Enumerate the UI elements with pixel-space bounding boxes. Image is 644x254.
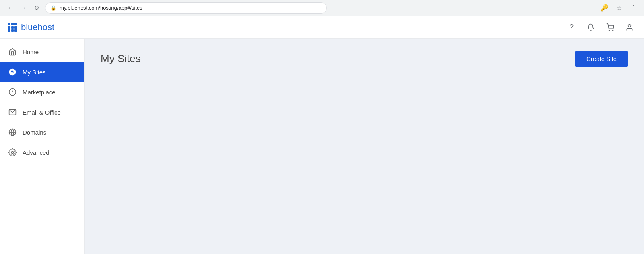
svg-point-2 (628, 24, 631, 27)
home-icon (8, 47, 17, 56)
sidebar-item-email-office[interactable]: Email & Office (0, 102, 84, 122)
page-title: My Sites (101, 53, 141, 65)
sidebar-my-sites-label: My Sites (23, 69, 46, 76)
sidebar-item-marketplace[interactable]: Marketplace (0, 82, 84, 102)
url-text: my.bluehost.com/hosting/app#/sites (60, 5, 142, 11)
menu-icon[interactable]: ⋮ (628, 2, 639, 14)
browser-nav-buttons: ← → ↻ (5, 2, 42, 14)
cart-icon-button[interactable] (604, 21, 617, 34)
wordpress-icon (8, 68, 17, 76)
sidebar-item-domains[interactable]: Domains (0, 122, 84, 142)
gear-icon (8, 148, 17, 157)
logo-area[interactable]: bluehost (8, 22, 54, 33)
sidebar-domains-label: Domains (23, 129, 46, 136)
marketplace-icon (8, 88, 17, 96)
page-header: My Sites Create Site (101, 51, 628, 67)
email-icon (8, 108, 17, 117)
lock-icon: 🔒 (50, 5, 56, 11)
forward-button[interactable]: → (18, 2, 29, 14)
sidebar-marketplace-label: Marketplace (23, 89, 56, 96)
svg-point-0 (609, 30, 610, 31)
browser-chrome: ← → ↻ 🔒 my.bluehost.com/hosting/app#/sit… (0, 0, 644, 16)
sidebar-item-home[interactable]: Home (0, 42, 84, 62)
svg-point-1 (613, 30, 613, 31)
svg-point-9 (12, 152, 14, 154)
sidebar: Home My Sites Marketpl (0, 39, 85, 254)
logo-text: bluehost (21, 22, 54, 33)
app-container: bluehost ? (0, 16, 644, 254)
key-icon[interactable]: 🔑 (599, 2, 610, 14)
account-icon-button[interactable] (623, 21, 636, 34)
sidebar-item-my-sites[interactable]: My Sites (0, 62, 84, 82)
sidebar-email-office-label: Email & Office (23, 109, 61, 116)
page-content: My Sites Create Site (85, 39, 644, 254)
sidebar-home-label: Home (23, 49, 39, 55)
top-nav: bluehost ? (0, 16, 644, 39)
browser-actions: 🔑 ☆ ⋮ (599, 2, 639, 14)
logo-grid-icon (8, 23, 17, 32)
sidebar-item-advanced[interactable]: Advanced (0, 142, 84, 162)
domains-icon (8, 128, 17, 137)
sidebar-advanced-label: Advanced (23, 149, 50, 156)
address-bar[interactable]: 🔒 my.bluehost.com/hosting/app#/sites (45, 2, 327, 14)
bookmark-icon[interactable]: ☆ (613, 2, 625, 14)
help-icon-button[interactable]: ? (565, 21, 578, 34)
reload-button[interactable]: ↻ (31, 2, 42, 14)
top-nav-actions: ? (565, 21, 636, 34)
main-area: Home My Sites Marketpl (0, 39, 644, 254)
back-button[interactable]: ← (5, 2, 16, 14)
notifications-icon-button[interactable] (584, 21, 597, 34)
create-site-button[interactable]: Create Site (575, 51, 628, 67)
